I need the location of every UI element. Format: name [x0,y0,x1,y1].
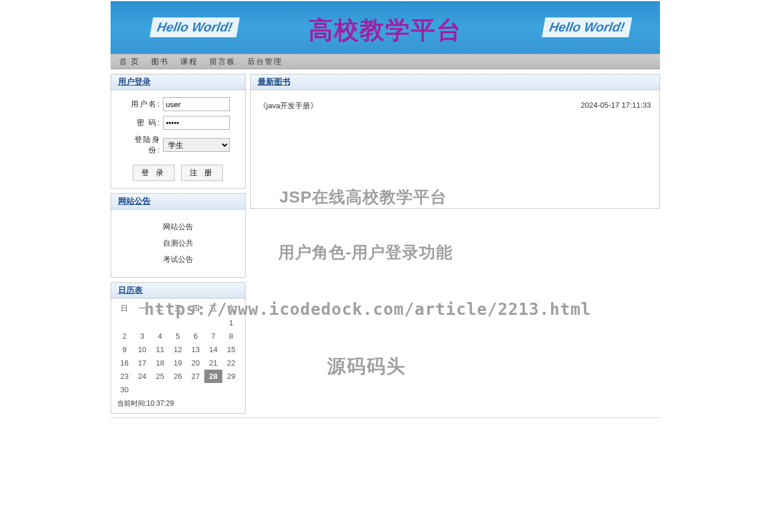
login-panel: 用户登录 用户名: 密 码: 登陆身份: 学生 [111,74,246,189]
calendar-day [169,383,187,396]
calendar-day [151,383,169,396]
calendar-day [169,316,187,329]
calendar-day[interactable]: 16 [116,356,134,370]
calendar-day[interactable]: 17 [133,356,151,370]
calendar-weekday: 日 [116,301,134,316]
calendar-day[interactable]: 29 [222,370,240,383]
time-label: 当前时间: [117,399,147,407]
calendar-day [187,316,205,329]
calendar-weekday: 五 [204,301,222,316]
calendar-day[interactable]: 3 [133,329,151,343]
calendar-weekday: 三 [169,301,187,316]
notice-panel: 网站公告 网站公告 自测公共 考试公告 [111,193,246,278]
calendar-day[interactable]: 22 [222,356,240,370]
calendar-day[interactable]: 24 [133,370,151,383]
notice-item-1[interactable]: 网站公告 [111,219,245,235]
banner-title: 高校教学平台 [308,14,462,47]
calendar-day[interactable]: 8 [222,329,240,343]
notice-header: 网站公告 [111,194,245,210]
calendar-day[interactable]: 10 [133,343,151,356]
calendar-weekday: 四 [187,301,205,316]
books-panel: 最新图书 《java开发手册》 2024-05-17 17:11:33 [250,74,660,209]
register-button[interactable]: 注 册 [181,165,223,181]
calendar-day [222,383,240,396]
book-title: 《java开发手册》 [259,101,318,111]
calendar-day[interactable]: 20 [187,356,205,370]
calendar-weekday: 一 [133,301,151,316]
nav-board[interactable]: 留言板 [204,56,242,67]
calendar-day[interactable]: 6 [187,329,205,343]
calendar-day[interactable]: 23 [116,370,134,383]
calendar-day [204,383,222,396]
books-header: 最新图书 [251,75,659,90]
nav-courses[interactable]: 课程 [175,56,204,67]
calendar-day[interactable]: 30 [116,383,134,396]
book-date: 2024-05-17 17:11:33 [581,101,651,111]
calendar-day[interactable]: 7 [204,329,222,343]
calendar-day[interactable]: 5 [169,329,187,343]
nav-admin[interactable]: 后台管理 [242,56,288,67]
footer-divider [111,417,660,418]
calendar-day [151,316,169,329]
login-button[interactable]: 登 录 [133,165,175,181]
calendar-day [204,316,222,329]
calendar-day[interactable]: 11 [151,343,169,356]
role-select[interactable]: 学生 [163,138,230,152]
calendar-day[interactable]: 26 [169,370,187,383]
calendar-weekday: 六 [222,301,240,316]
book-row[interactable]: 《java开发手册》 2024-05-17 17:11:33 [251,90,659,122]
calendar-day[interactable]: 9 [116,343,134,356]
password-label: 密 码: [126,118,161,128]
username-input[interactable] [163,97,230,111]
calendar-day[interactable]: 15 [222,343,240,356]
hello-world-left: Hello World! [150,17,240,37]
main-nav: 首 页 图书 课程 留言板 后台管理 [111,54,660,69]
calendar-day[interactable]: 18 [151,356,169,370]
calendar-day [133,316,151,329]
calendar-day[interactable]: 2 [116,329,134,343]
username-label: 用户名: [126,99,161,109]
calendar-day[interactable]: 13 [187,343,205,356]
calendar-day[interactable]: 4 [151,329,169,343]
calendar-day [133,383,151,396]
role-label: 登陆身份: [126,134,161,155]
login-header: 用户登录 [111,75,245,90]
calendar-panel: 日历表 日一二三四五六 1234567891011121314151617181… [111,282,246,414]
calendar-day[interactable]: 27 [187,370,205,383]
nav-books[interactable]: 图书 [146,56,175,67]
calendar-day [187,383,205,396]
calendar-header: 日历表 [111,283,245,299]
banner: Hello World! 高校教学平台 Hello World! [111,0,660,54]
calendar-day[interactable]: 25 [151,370,169,383]
hello-world-right: Hello World! [542,17,632,37]
calendar-table: 日一二三四五六 12345678910111213141516171819202… [116,301,240,396]
calendar-day [116,316,134,329]
calendar-day[interactable]: 28 [204,370,222,383]
notice-item-2[interactable]: 自测公共 [111,235,245,251]
calendar-day[interactable]: 19 [169,356,187,370]
calendar-day[interactable]: 21 [204,356,222,370]
calendar-weekday: 二 [151,301,169,316]
password-input[interactable] [163,116,230,130]
time-value: 10:37:29 [147,399,174,407]
calendar-day[interactable]: 14 [204,343,222,356]
notice-item-3[interactable]: 考试公告 [111,251,245,268]
nav-home[interactable]: 首 页 [113,56,146,67]
calendar-day[interactable]: 1 [222,316,240,329]
calendar-day[interactable]: 12 [169,343,187,356]
